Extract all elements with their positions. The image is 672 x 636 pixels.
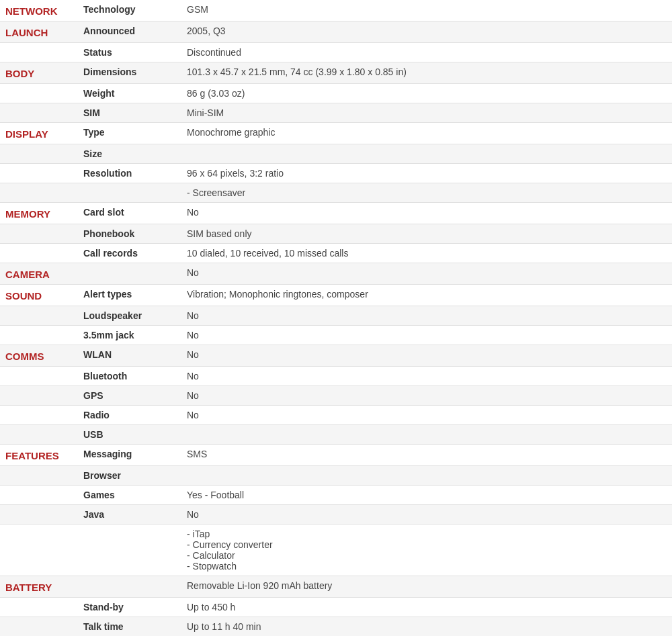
value-cell: [181, 144, 672, 164]
table-row: StatusDiscontinued: [0, 43, 672, 62]
value-cell: 96 x 64 pixels, 3:2 ratio: [181, 164, 672, 183]
table-row: SIMMini-SIM: [0, 103, 672, 123]
label-cell: Announced: [74, 21, 181, 43]
value-cell: 2005, Q3: [181, 21, 672, 43]
label-cell: [74, 183, 181, 203]
table-row: Resolution96 x 64 pixels, 3:2 ratio: [0, 164, 672, 183]
value-cell: Vibration; Monophonic ringtones, compose…: [181, 285, 672, 306]
table-row: Size: [0, 144, 672, 164]
label-cell: Resolution: [74, 164, 181, 183]
value-cell: 101.3 x 45.7 x 21.5 mm, 74 cc (3.99 x 1.…: [181, 62, 672, 84]
label-cell: USB: [74, 425, 181, 445]
value-cell: No: [181, 386, 672, 406]
table-row: GamesYes - Football: [0, 486, 672, 505]
table-row: Stand-byUp to 450 h: [0, 598, 672, 617]
table-row: LAUNCHAnnounced2005, Q3: [0, 21, 672, 43]
table-row: JavaNo: [0, 505, 672, 525]
label-cell: 3.5mm jack: [74, 326, 181, 345]
table-row: LoudspeakerNo: [0, 306, 672, 326]
value-cell: No: [181, 306, 672, 326]
table-row: Weight86 g (3.03 oz): [0, 84, 672, 103]
category-cell: BODY: [0, 62, 74, 84]
category-cell: DISPLAY: [0, 123, 74, 144]
label-cell: Dimensions: [74, 62, 181, 84]
label-cell: Type: [74, 123, 181, 144]
label-cell: Card slot: [74, 203, 181, 224]
value-cell: GSM: [181, 0, 672, 21]
value-cell: [181, 466, 672, 486]
value-cell: Discontinued: [181, 43, 672, 62]
label-cell: Status: [74, 43, 181, 62]
label-cell: [74, 576, 181, 598]
label-cell: Weight: [74, 84, 181, 103]
table-row: 3.5mm jackNo: [0, 326, 672, 345]
category-cell: [0, 84, 74, 103]
category-cell: [0, 425, 74, 445]
category-cell: [0, 525, 74, 576]
label-cell: Loudspeaker: [74, 306, 181, 326]
category-cell: LAUNCH: [0, 21, 74, 43]
category-cell: NETWORK: [0, 0, 74, 21]
category-cell: MEMORY: [0, 203, 74, 224]
value-cell: [181, 425, 672, 445]
value-cell: Up to 450 h: [181, 598, 672, 617]
value-cell: - Screensaver: [181, 183, 672, 203]
value-cell: Up to 11 h 40 min: [181, 617, 672, 637]
label-cell: Call records: [74, 244, 181, 263]
table-row: Browser: [0, 466, 672, 486]
table-row: COMMSWLANNo: [0, 345, 672, 367]
table-row: CAMERANo: [0, 263, 672, 285]
category-cell: [0, 164, 74, 183]
label-cell: [74, 525, 181, 576]
category-cell: [0, 244, 74, 263]
category-cell: FEATURES: [0, 445, 74, 466]
value-cell: - iTap- Currency converter- Calculator- …: [181, 525, 672, 576]
category-cell: CAMERA: [0, 263, 74, 285]
category-cell: [0, 466, 74, 486]
value-cell: Yes - Football: [181, 486, 672, 505]
category-cell: [0, 183, 74, 203]
table-row: Talk timeUp to 11 h 40 min: [0, 617, 672, 637]
table-row: MEMORYCard slotNo: [0, 203, 672, 224]
label-cell: GPS: [74, 386, 181, 406]
category-cell: [0, 144, 74, 164]
label-cell: Games: [74, 486, 181, 505]
value-cell: SMS: [181, 445, 672, 466]
label-cell: SIM: [74, 103, 181, 123]
table-row: BODYDimensions101.3 x 45.7 x 21.5 mm, 74…: [0, 62, 672, 84]
label-cell: Browser: [74, 466, 181, 486]
value-cell: 10 dialed, 10 received, 10 missed calls: [181, 244, 672, 263]
label-cell: Radio: [74, 406, 181, 425]
table-row: - iTap- Currency converter- Calculator- …: [0, 525, 672, 576]
specs-table: NETWORKTechnologyGSMLAUNCHAnnounced2005,…: [0, 0, 672, 636]
table-row: SOUNDAlert typesVibration; Monophonic ri…: [0, 285, 672, 306]
table-row: FEATURESMessagingSMS: [0, 445, 672, 466]
table-row: Call records10 dialed, 10 received, 10 m…: [0, 244, 672, 263]
value-cell: No: [181, 326, 672, 345]
value-cell: SIM based only: [181, 224, 672, 244]
category-cell: [0, 505, 74, 525]
value-cell: No: [181, 345, 672, 367]
label-cell: Alert types: [74, 285, 181, 306]
value-cell: No: [181, 406, 672, 425]
category-cell: BATTERY: [0, 576, 74, 598]
table-row: USB: [0, 425, 672, 445]
value-cell: No: [181, 505, 672, 525]
table-row: DISPLAYTypeMonochrome graphic: [0, 123, 672, 144]
category-cell: [0, 617, 74, 637]
category-cell: [0, 367, 74, 386]
category-cell: [0, 306, 74, 326]
table-row: BATTERYRemovable Li-Ion 920 mAh battery: [0, 576, 672, 598]
value-cell: No: [181, 203, 672, 224]
label-cell: Bluetooth: [74, 367, 181, 386]
label-cell: Java: [74, 505, 181, 525]
value-cell: No: [181, 263, 672, 285]
label-cell: Size: [74, 144, 181, 164]
category-cell: [0, 43, 74, 62]
label-cell: WLAN: [74, 345, 181, 367]
table-row: BluetoothNo: [0, 367, 672, 386]
label-cell: Technology: [74, 0, 181, 21]
category-cell: [0, 326, 74, 345]
label-cell: Stand-by: [74, 598, 181, 617]
value-cell: Mini-SIM: [181, 103, 672, 123]
